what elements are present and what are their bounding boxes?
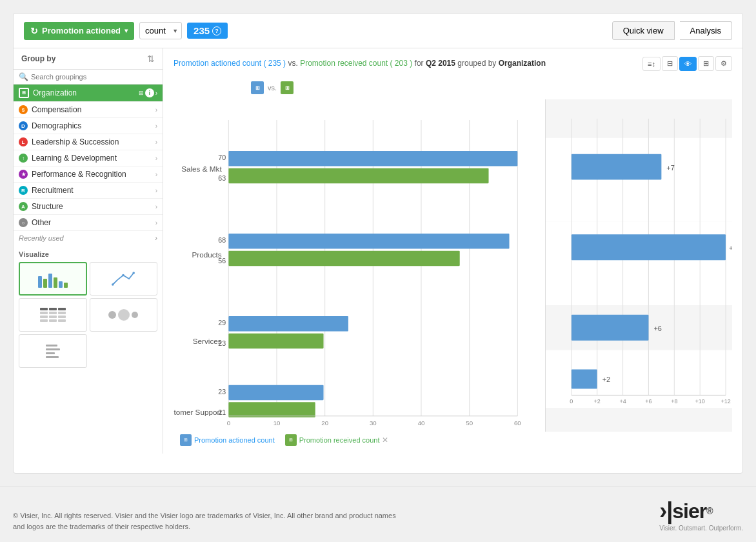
diff-chart: +7 +12 +6 +2 — [545, 99, 732, 432]
chevron-icon: › — [155, 234, 157, 242]
line-chart-viz-button[interactable] — [90, 262, 158, 296]
svg-point-0 — [112, 283, 114, 286]
svg-text:40: 40 — [418, 419, 425, 427]
promotion-actioned-link[interactable]: Promotion actioned count ( 235 ) — [174, 59, 286, 68]
footer-logo-area: ›|sier ® Visier. Outsmart. Outperform. — [659, 497, 743, 532]
sidebar-item-label-compensation: Compensation — [32, 105, 155, 114]
sidebar-item-organization[interactable]: ⊞ Organization ⊞ i › — [14, 85, 163, 102]
quick-view-button[interactable]: Quick view — [612, 21, 675, 40]
svg-text:20: 20 — [321, 419, 328, 427]
body-layout: Group by ⇅ 🔍 ⊞ Organization ⊞ i — [14, 48, 742, 454]
svg-rect-23 — [228, 316, 348, 331]
footer-tagline: Visier. Outsmart. Outperform. — [659, 525, 743, 532]
svg-text:Services: Services — [193, 337, 222, 345]
sidebar-item-demographics[interactable]: D Demographics › — [14, 118, 163, 134]
search-icon: 🔍 — [19, 72, 28, 81]
count-badge: 235 ? — [187, 23, 228, 39]
svg-rect-19 — [228, 234, 509, 248]
bar-chart-viz-button[interactable] — [19, 262, 87, 296]
chevron-icon: › — [155, 171, 157, 178]
recruitment-icon: R — [19, 186, 28, 195]
svg-rect-15 — [228, 151, 517, 166]
svg-text:63: 63 — [218, 174, 226, 182]
bubble-viz-button[interactable] — [90, 298, 158, 332]
svg-rect-21 — [228, 251, 459, 266]
chevron-icon: › — [155, 219, 157, 226]
refresh-icon: ↻ — [30, 26, 38, 36]
sidebar-item-compensation[interactable]: $ Compensation › — [14, 102, 163, 118]
plus-toolbar-btn[interactable]: ⊞ — [698, 56, 714, 71]
svg-text:0: 0 — [227, 419, 230, 427]
sidebar-item-recruitment[interactable]: R Recruitment › — [14, 183, 163, 199]
sidebar-item-learning[interactable]: ↑ Learning & Development › — [14, 150, 163, 166]
recently-used-item[interactable]: Recently used › — [14, 231, 163, 245]
metric-dropdown[interactable]: count — [139, 22, 182, 39]
chevron-icon: › — [155, 123, 157, 130]
settings-toolbar-btn[interactable]: ⚙ — [715, 56, 732, 71]
svg-text:56: 56 — [218, 257, 226, 265]
chevron-icon: › — [155, 139, 157, 146]
diff-chart-svg: +7 +12 +6 +2 — [546, 99, 732, 408]
svg-text:+6: +6 — [645, 398, 652, 405]
svg-text:70: 70 — [218, 154, 226, 161]
svg-rect-55 — [572, 370, 597, 389]
legend-item-received: ⊞ Promotion received count ✕ — [285, 434, 389, 446]
blue-vs-badge: ⊞ — [251, 81, 264, 94]
demographics-icon: D — [19, 121, 28, 130]
search-input[interactable] — [31, 73, 157, 81]
sort-toolbar-btn[interactable]: ≡↕ — [642, 57, 661, 71]
svg-text:23: 23 — [218, 388, 226, 396]
svg-rect-49 — [572, 154, 662, 180]
metric-dropdown-wrapper[interactable]: count — [139, 22, 182, 39]
analysis-button[interactable]: Analysis — [680, 21, 732, 40]
sidebar-item-label-performance: Performance & Recognition — [32, 170, 155, 179]
sidebar-item-label-structure: Structure — [32, 202, 155, 211]
promotion-received-link[interactable]: Promotion received count ( 203 ) — [300, 59, 412, 68]
svg-text:60: 60 — [514, 419, 521, 427]
dropdown-arrow-icon: ▾ — [124, 27, 128, 34]
sidebar-item-other[interactable]: ○ Other › — [14, 215, 163, 231]
green-vs-badge: ⊞ — [281, 81, 293, 94]
filter-toolbar-btn[interactable]: ⊟ — [662, 56, 678, 71]
sidebar-item-label-recruitment: Recruitment — [32, 186, 155, 195]
visualize-section: Visualize — [14, 245, 163, 373]
legend-remove-btn[interactable]: ✕ — [382, 436, 388, 445]
bubble-icon — [108, 309, 138, 321]
promotion-actioned-button[interactable]: ↻ Promotion actioned ▾ — [24, 22, 134, 40]
vs-badges: ⊞ vs. ⊞ — [251, 81, 732, 94]
svg-rect-39 — [546, 138, 732, 222]
leadership-icon: L — [19, 137, 28, 146]
visualize-label: Visualize — [19, 250, 157, 258]
eye-toolbar-btn[interactable]: 👁 — [679, 57, 697, 71]
sidebar-item-structure[interactable]: A Structure › — [14, 199, 163, 215]
svg-rect-27 — [228, 385, 323, 400]
visualize-grid — [19, 262, 157, 368]
svg-text:+12: +12 — [729, 244, 732, 252]
svg-text:+10: +10 — [695, 398, 705, 405]
svg-text:23: 23 — [218, 339, 226, 347]
chevron-icon: › — [155, 106, 157, 114]
sort-icon[interactable]: ⇅ — [147, 54, 155, 64]
sidebar-item-leadership[interactable]: L Leadership & Succession › — [14, 134, 163, 150]
info-icon[interactable]: ? — [212, 26, 221, 35]
structure-icon: A — [19, 202, 28, 211]
svg-text:21: 21 — [218, 408, 226, 416]
table-viz-button[interactable] — [19, 298, 87, 332]
sidebar-item-performance[interactable]: ★ Performance & Recognition › — [14, 166, 163, 183]
svg-text:+8: +8 — [671, 398, 677, 405]
sidebar-item-label-organization: Organization — [33, 88, 139, 97]
grid-icon: ⊞ — [139, 90, 144, 96]
scatter-icon — [46, 345, 60, 358]
svg-rect-40 — [546, 221, 732, 305]
other-icon: ○ — [19, 218, 28, 227]
svg-text:Customer Support: Customer Support — [174, 408, 222, 416]
chevron-icon: › — [155, 203, 157, 210]
chevron-icon: › — [155, 90, 157, 97]
footer-logo: ›|sier ® — [659, 497, 743, 525]
scatter-viz-button[interactable] — [19, 334, 87, 368]
svg-text:+2: +2 — [594, 398, 601, 405]
svg-text:30: 30 — [370, 419, 377, 427]
svg-text:+2: +2 — [602, 376, 611, 383]
svg-text:+7: +7 — [666, 164, 675, 172]
search-bar: 🔍 — [14, 70, 163, 85]
